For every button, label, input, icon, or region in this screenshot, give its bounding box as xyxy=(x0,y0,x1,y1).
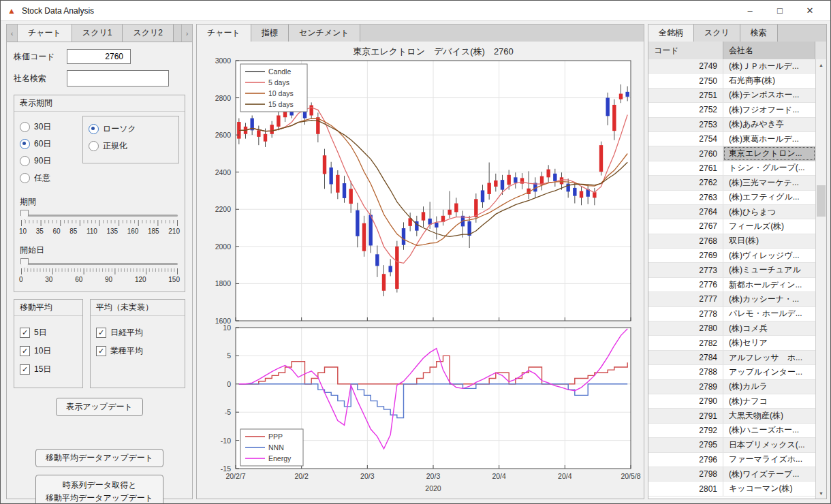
table-row[interactable]: 2749(株)ＪＰホールデ... xyxy=(648,59,815,74)
table-row[interactable]: 2768双日(株) xyxy=(648,234,815,249)
table-row[interactable]: 2753(株)あみやき亭 xyxy=(648,118,815,132)
stock-code-cell: 2762 xyxy=(648,176,723,189)
company-name-cell: 双日(株) xyxy=(723,234,815,248)
fetch-timeseries-button[interactable]: 時系列データ取得と 移動平均データアップデート xyxy=(35,475,163,504)
update-ma-data-button[interactable]: 移動平均データアップデート xyxy=(35,449,163,467)
table-row[interactable]: 2764(株)ひらまつ xyxy=(648,205,815,219)
radio-option[interactable]: 正規化 xyxy=(89,140,173,152)
radio-option[interactable]: 60日 xyxy=(20,138,82,150)
table-scrollbar[interactable]: ▲ ▼ xyxy=(815,59,826,499)
table-row[interactable]: 2792(株)ハニーズホー... xyxy=(648,424,815,438)
window-title: Stock Data Analysis xyxy=(22,6,94,16)
checkbox-option[interactable]: ✓業種平均 xyxy=(96,345,179,357)
radio-option[interactable]: ローソク xyxy=(89,123,173,135)
table-row[interactable]: 2750石光商事(株) xyxy=(648,74,815,88)
radio-label: ローソク xyxy=(103,123,136,135)
table-row[interactable]: 2789(株)カルラ xyxy=(648,380,815,394)
table-row[interactable]: 2784アルフレッサ ホ... xyxy=(648,351,815,365)
svg-text:0: 0 xyxy=(227,380,231,388)
tab-screen2[interactable]: スクリ2 xyxy=(123,25,174,42)
display-period-title: 表示期間 xyxy=(14,95,185,112)
checkbox-option[interactable]: ✓10日 xyxy=(20,345,77,357)
tab-search[interactable]: 検索 xyxy=(740,25,778,42)
table-row[interactable]: 2762(株)三光マーケテ... xyxy=(648,176,815,190)
table-row[interactable]: 2788アップルインター... xyxy=(648,365,815,379)
tab-screened[interactable]: スクリ xyxy=(694,25,740,42)
company-name-cell: キッコーマン(株) xyxy=(723,482,815,495)
checkbox-option[interactable]: ✓15日 xyxy=(20,364,77,375)
tab-screen1[interactable]: スクリ1 xyxy=(72,25,123,42)
table-row[interactable]: 2791大黒天物産(株) xyxy=(648,409,815,423)
table-row[interactable]: 2769(株)ヴィレッジヴ... xyxy=(648,249,815,263)
table-row[interactable]: 2790(株)ナフコ xyxy=(648,394,815,409)
code-column-header[interactable]: コード xyxy=(648,42,723,59)
svg-text:-10: -10 xyxy=(221,437,231,445)
stock-code-cell: 2773 xyxy=(648,263,723,277)
tab-sentiment[interactable]: センチメント xyxy=(289,25,360,42)
table-row[interactable]: 2777(株)カッシーナ・... xyxy=(648,292,815,306)
stock-code-cell: 2769 xyxy=(648,249,723,262)
slider-tick-label: 10 xyxy=(19,227,27,235)
right-tabstrip: 全銘柄 スクリ 検索 xyxy=(648,25,826,42)
checkbox-option[interactable]: ✓5日 xyxy=(20,327,77,338)
update-display-button[interactable]: 表示アップデート xyxy=(56,398,142,416)
radio-option[interactable]: 任意 xyxy=(20,172,82,184)
name-search-input[interactable] xyxy=(67,70,169,86)
scroll-down-icon[interactable]: ▼ xyxy=(816,488,826,499)
chart-panel: チャート 指標 センチメント 1600180020002200240026002… xyxy=(196,24,644,499)
moving-average-group: 移動平均 ✓5日✓10日✓15日 xyxy=(14,299,83,388)
tab-chart[interactable]: チャート xyxy=(197,25,251,42)
display-period-group: 表示期間 30日60日90日任意 ローソク正規化 期間 103560851101… xyxy=(14,95,185,292)
table-row[interactable]: 2761トシン・グループ(... xyxy=(648,161,815,176)
svg-text:5: 5 xyxy=(227,351,231,360)
period-slider[interactable]: 10356085110135160185210 xyxy=(21,209,178,238)
svg-text:東京エレクトロン デバイス(株) 2760: 東京エレクトロン デバイス(株) 2760 xyxy=(353,46,514,57)
tab-prev-icon[interactable]: ‹ xyxy=(7,25,18,42)
radio-option[interactable]: 90日 xyxy=(20,155,82,167)
scrollbar-thumb[interactable] xyxy=(817,185,826,217)
table-row[interactable]: 2776新都ホールディン... xyxy=(648,278,815,292)
slider-tick-label: 185 xyxy=(148,227,159,235)
table-row[interactable]: 2773(株)ミューチュアル xyxy=(648,263,815,277)
slider-thumb[interactable] xyxy=(20,210,29,220)
tab-chart-settings[interactable]: チャート xyxy=(18,25,72,42)
table-row[interactable]: 2778パレモ・ホールデ... xyxy=(648,307,815,321)
table-row[interactable]: 2754(株)東葛ホールデ... xyxy=(648,132,815,146)
checkbox-label: 10日 xyxy=(34,345,51,357)
stock-code-cell: 2782 xyxy=(648,336,723,349)
table-row[interactable]: 2780(株)コメ兵 xyxy=(648,321,815,336)
tab-next-icon[interactable]: › xyxy=(181,25,192,42)
stock-code-cell: 2761 xyxy=(648,161,723,175)
tab-all-stocks[interactable]: 全銘柄 xyxy=(648,25,694,42)
company-name-cell: (株)ワイズテーブ... xyxy=(723,467,815,481)
scroll-up-icon[interactable]: ▲ xyxy=(816,59,826,70)
table-row[interactable]: 2798(株)ワイズテーブ... xyxy=(648,467,815,482)
slider-tick-labels: 0306090120150 xyxy=(19,276,180,283)
table-row[interactable]: 2767フィールズ(株) xyxy=(648,219,815,234)
slider-tick-label: 160 xyxy=(127,227,139,235)
radio-label: 任意 xyxy=(34,172,50,184)
table-row[interactable]: 2751(株)テンポスホー... xyxy=(648,89,815,103)
slider-thumb[interactable] xyxy=(20,258,29,268)
minimize-button[interactable]: – xyxy=(735,1,765,20)
checkbox-option[interactable]: ✓日経平均 xyxy=(96,327,179,338)
table-row[interactable]: 2763(株)エフティグル... xyxy=(648,191,815,205)
stock-code-cell: 2778 xyxy=(648,307,723,321)
company-column-header[interactable]: 会社名 xyxy=(723,42,815,59)
table-row[interactable]: 2801キッコーマン(株) xyxy=(648,482,815,496)
maximize-button[interactable]: □ xyxy=(765,1,795,20)
company-name-cell: (株)ＪＰホールデ... xyxy=(723,59,815,73)
close-button[interactable]: ✕ xyxy=(795,1,825,20)
table-row[interactable]: 2796ファーマライズホ... xyxy=(648,453,815,467)
company-name-cell: フィールズ(株) xyxy=(723,219,815,233)
slider-ticks xyxy=(21,220,178,227)
stock-code-input[interactable] xyxy=(67,49,131,64)
table-row[interactable]: 2760東京エレクトロン... xyxy=(648,146,815,161)
table-row[interactable]: 2795日本プリメックス(... xyxy=(648,438,815,452)
tab-indicators[interactable]: 指標 xyxy=(251,25,289,42)
start-date-slider[interactable]: 0306090120150 xyxy=(21,257,178,286)
stock-code-cell: 2780 xyxy=(648,321,723,335)
table-row[interactable]: 2752(株)フジオフード... xyxy=(648,103,815,117)
table-row[interactable]: 2782(株)セリア xyxy=(648,336,815,350)
radio-option[interactable]: 30日 xyxy=(20,121,82,133)
